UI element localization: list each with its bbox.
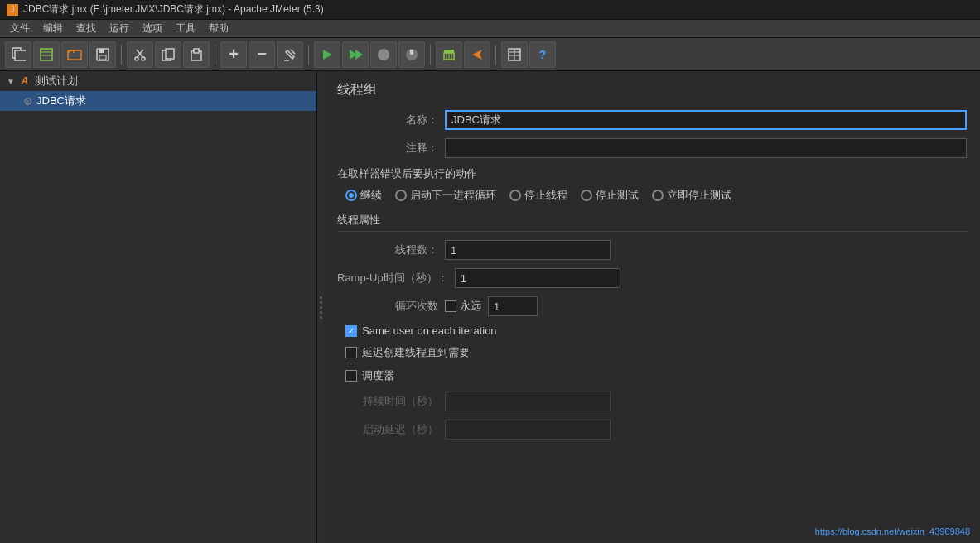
toolbar-templates[interactable]: [33, 41, 60, 68]
toolbar-copy[interactable]: [155, 41, 181, 68]
menu-options[interactable]: 选项: [136, 20, 169, 37]
svg-marker-30: [472, 50, 482, 60]
tree-arrow: ▼: [7, 77, 15, 86]
radio-continue[interactable]: 继续: [345, 188, 382, 203]
comment-label: 注释：: [337, 141, 445, 156]
scheduler-row: 调度器: [345, 368, 967, 383]
toolbar-start[interactable]: [314, 41, 340, 68]
radio-stop-test[interactable]: 停止测试: [581, 188, 639, 203]
forever-label: 永远: [460, 299, 481, 314]
ramp-up-row: Ramp-Up时间（秒）：: [337, 268, 967, 288]
radio-stop-test-circle: [581, 190, 592, 201]
toolbar-stop[interactable]: [370, 41, 397, 68]
toolbar-separator-1: [121, 45, 122, 65]
scheduler-checkbox[interactable]: [345, 370, 357, 382]
test-plan-icon: A: [18, 74, 31, 88]
main-layout: ▼ A 测试计划 ⚙ JDBC请求 线程组 名称： 注释： 在取样器错误后要执行…: [0, 71, 980, 543]
ramp-up-label: Ramp-Up时间（秒）：: [337, 271, 455, 286]
resize-dot-5: [320, 316, 322, 319]
loop-count-input[interactable]: [488, 296, 538, 316]
loop-count-row: 循环次数 永远: [337, 296, 967, 316]
toolbar-clear[interactable]: [277, 41, 303, 68]
toolbar-broom[interactable]: [436, 41, 462, 68]
tree-root[interactable]: ▼ A 测试计划: [0, 71, 316, 91]
toolbar-help[interactable]: ?: [529, 41, 556, 68]
forever-checkbox[interactable]: [445, 300, 456, 312]
radio-stop-thread[interactable]: 停止线程: [509, 188, 567, 203]
toolbar-shutdown[interactable]: [398, 41, 425, 68]
duration-label: 持续时间（秒）: [337, 394, 445, 409]
toolbar-remove[interactable]: −: [249, 41, 275, 68]
thread-props-section: 线程属性 线程数： Ramp-Up时间（秒）： 循环次数 永远: [337, 213, 967, 440]
toolbar-save[interactable]: [89, 41, 116, 68]
resize-dot-1: [320, 296, 322, 299]
menu-help[interactable]: 帮助: [202, 20, 235, 37]
svg-rect-2: [41, 49, 52, 60]
duration-input[interactable]: [445, 392, 611, 411]
toolbar-arrow[interactable]: [464, 41, 490, 68]
forever-check[interactable]: 永远: [445, 299, 481, 314]
menu-find[interactable]: 查找: [70, 20, 103, 37]
ramp-up-input[interactable]: [455, 268, 620, 288]
toolbar-cut[interactable]: [127, 41, 153, 68]
radio-stop-immediately-circle: [652, 190, 664, 201]
resize-dot-4: [320, 311, 322, 314]
startup-delay-row: 启动延迟（秒）: [337, 420, 967, 440]
radio-stop-test-label: 停止测试: [596, 188, 639, 203]
svg-point-12: [142, 57, 145, 60]
name-input[interactable]: [445, 110, 967, 130]
comment-row: 注释：: [337, 138, 967, 158]
toolbar-separator-2: [215, 45, 215, 65]
radio-stop-immediately[interactable]: 立即停止测试: [652, 188, 731, 203]
svg-line-17: [291, 50, 295, 54]
menu-file[interactable]: 文件: [3, 20, 36, 37]
name-row: 名称：: [337, 110, 967, 130]
app-icon: J: [7, 4, 18, 16]
radio-next-loop[interactable]: 启动下一进程循环: [395, 188, 496, 203]
radio-next-loop-circle: [395, 190, 407, 201]
svg-rect-8: [99, 55, 106, 60]
startup-delay-label: 启动延迟（秒）: [337, 422, 445, 437]
resize-dot-2: [320, 301, 322, 304]
same-user-checkbox[interactable]: [345, 325, 357, 337]
resize-dot-3: [320, 306, 322, 309]
menu-run[interactable]: 运行: [103, 20, 136, 37]
toolbar-new[interactable]: [5, 41, 31, 68]
toolbar-separator-5: [495, 45, 496, 65]
svg-rect-14: [166, 49, 174, 59]
toolbar-open[interactable]: [61, 41, 88, 68]
menu-edit[interactable]: 编辑: [36, 20, 70, 37]
footer-url: https://blog.csdn.net/weixin_43909848: [815, 526, 970, 536]
toolbar-table[interactable]: [501, 41, 528, 68]
toolbar-start-nopause[interactable]: [342, 41, 369, 68]
radio-continue-label: 继续: [360, 188, 382, 203]
svg-rect-16: [194, 49, 199, 53]
resize-handle[interactable]: [317, 71, 324, 543]
error-section-title: 在取样器错误后要执行的动作: [337, 166, 967, 181]
thread-props-title: 线程属性: [337, 213, 967, 232]
tree-item-icon: ⚙: [23, 95, 33, 108]
startup-delay-input[interactable]: [445, 420, 611, 440]
radio-stop-thread-label: 停止线程: [524, 188, 567, 203]
toolbar-paste[interactable]: [183, 41, 210, 68]
comment-input[interactable]: [445, 138, 967, 158]
thread-count-input[interactable]: [445, 240, 611, 260]
radio-next-loop-label: 启动下一进程循环: [410, 188, 496, 203]
svg-rect-24: [410, 50, 413, 55]
delay-create-checkbox[interactable]: [345, 347, 357, 358]
right-panel: 线程组 名称： 注释： 在取样器错误后要执行的动作 继续 启动下一进程循环: [324, 71, 980, 543]
toolbar-separator-4: [430, 45, 431, 65]
tree-root-label: 测试计划: [35, 74, 78, 89]
radio-stop-immediately-label: 立即停止测试: [667, 188, 731, 203]
tree-item-jdbc[interactable]: ⚙ JDBC请求: [0, 91, 316, 111]
svg-rect-1: [15, 50, 26, 60]
delay-create-label: 延迟创建线程直到需要: [362, 345, 470, 360]
menu-tools[interactable]: 工具: [169, 20, 202, 37]
delay-create-row: 延迟创建线程直到需要: [345, 345, 967, 360]
same-user-row: Same user on each iteration: [345, 324, 967, 337]
svg-rect-7: [99, 49, 104, 53]
same-user-label: Same user on each iteration: [362, 324, 497, 337]
toolbar-add[interactable]: +: [220, 41, 247, 68]
window-title: JDBC请求.jmx (E:\jmeter.JMX\JDBC请求.jmx) - …: [23, 2, 324, 17]
duration-row: 持续时间（秒）: [337, 392, 967, 411]
